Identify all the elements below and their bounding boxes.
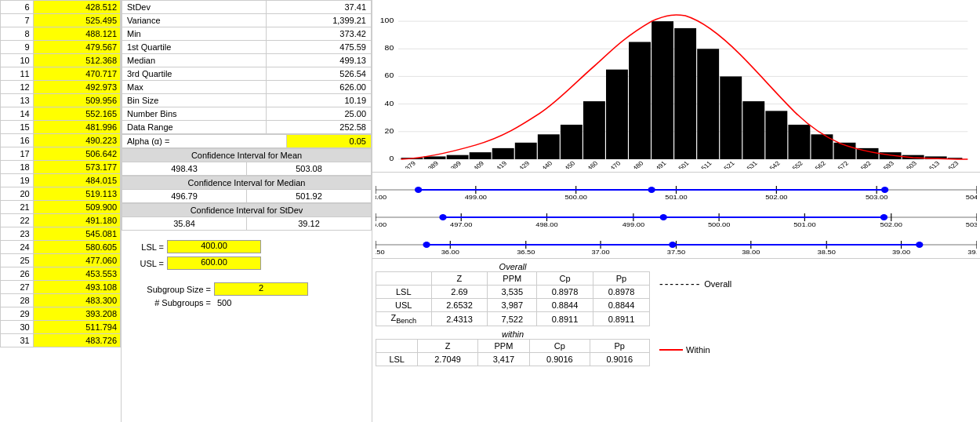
ci-median-header: Confidence Interval for Median: [122, 176, 372, 190]
stat-label: Bin Size: [122, 94, 267, 107]
usl-input[interactable]: 600.00: [167, 256, 261, 270]
stat-value: 475.59: [266, 41, 371, 54]
row-value: 477.060: [33, 254, 120, 267]
subgroup-size-label: Subgroup Size =: [125, 285, 211, 294]
ci-mean-header: Confidence Interval for Mean: [122, 149, 372, 162]
svg-point-123: [669, 242, 676, 248]
svg-text:500.00: 500.00: [708, 221, 731, 227]
ci-mean-table: Confidence Interval for Mean 498.43 503.…: [122, 148, 372, 176]
stat-value: 252.58: [266, 121, 371, 134]
svg-text:20: 20: [385, 126, 394, 134]
svg-text:491: 491: [655, 160, 668, 169]
overall-row-ppm: 7,522: [488, 312, 537, 326]
data-table: 6428.5127525.4958488.1219479.56710512.36…: [0, 0, 121, 347]
svg-text:501.00: 501.00: [665, 194, 688, 200]
stat-row: Median499.13: [122, 54, 372, 67]
ci-stdev-high: 39.12: [247, 217, 372, 231]
right-panel: 0 20 40 60 80 100: [372, 0, 980, 422]
overall-table: Z PPM Cp Pp LSL2.693,5350.89780.8978USL2…: [376, 271, 650, 326]
table-row: 16490.223: [1, 134, 121, 147]
table-row: 15481.996: [1, 121, 121, 134]
subgroup-count-label: # Subgroups =: [125, 298, 211, 307]
overall-row-cp: 0.8844: [537, 299, 593, 312]
row-value: 573.177: [33, 161, 120, 174]
lsl-label: LSL =: [125, 242, 164, 252]
svg-text:460: 460: [586, 160, 599, 169]
svg-rect-23: [652, 21, 673, 159]
stat-value: 1,399.21: [266, 14, 371, 27]
alpha-value[interactable]: 0.05: [287, 135, 372, 148]
svg-point-99: [439, 214, 446, 220]
stat-label: 3rd Quartile: [122, 67, 267, 81]
row-number: 26: [1, 267, 34, 281]
table-row: 20519.113: [1, 187, 121, 201]
within-table: Z PPM Cp Pp LSL2.70493,4170.90160.9016: [376, 339, 650, 366]
within-row: LSL2.70493,4170.90160.9016: [376, 353, 650, 366]
svg-text:80: 80: [385, 44, 394, 52]
table-row: 14552.165: [1, 107, 121, 121]
row-number: 29: [1, 307, 34, 321]
row-value: 519.113: [33, 187, 120, 201]
row-value: 479.567: [33, 41, 120, 54]
row-value: 483.726: [33, 334, 120, 347]
svg-rect-25: [697, 49, 719, 159]
ci-stdev-header: Confidence Interval for StDev: [122, 204, 372, 217]
svg-rect-27: [742, 101, 764, 159]
within-col-name: [376, 340, 418, 353]
svg-text:593: 593: [882, 160, 895, 169]
lsl-row: LSL = 400.00: [125, 240, 368, 253]
row-number: 24: [1, 241, 34, 254]
within-row-label: LSL: [376, 353, 418, 366]
stat-row: Data Range252.58: [122, 121, 372, 134]
svg-text:35.50: 35.50: [376, 249, 385, 255]
stat-row: StDev37.41: [122, 1, 372, 14]
row-value: 525.495: [33, 14, 120, 27]
alpha-table: Alpha (α) = 0.05: [122, 134, 372, 148]
svg-rect-24: [674, 28, 696, 159]
row-value: 393.208: [33, 307, 120, 321]
overall-row-pp: 0.8911: [593, 312, 649, 326]
row-value: 491.180: [33, 214, 120, 227]
svg-text:499.00: 499.00: [622, 221, 645, 227]
stats-panel: StDev37.41Variance1,399.21Min373.421st Q…: [122, 0, 372, 422]
overall-row: LSL2.693,5350.89780.8978: [376, 286, 650, 299]
svg-text:502.00: 502.00: [880, 221, 903, 227]
row-value: 481.996: [33, 121, 120, 134]
ci-stdev-table: Confidence Interval for StDev 35.84 39.1…: [122, 203, 372, 231]
usl-label: USL =: [125, 259, 164, 268]
row-value: 512.368: [33, 54, 120, 67]
svg-text:501.00: 501.00: [793, 221, 816, 227]
stat-row: Number Bins25.00: [122, 107, 372, 121]
row-number: 19: [1, 174, 34, 187]
within-col-ppm: PPM: [477, 340, 529, 353]
svg-text:399: 399: [449, 160, 463, 169]
svg-text:582: 582: [859, 160, 873, 169]
svg-text:500.00: 500.00: [564, 194, 587, 200]
stat-value: 526.54: [266, 67, 371, 81]
stat-value: 499.13: [266, 54, 371, 67]
row-number: 31: [1, 334, 34, 347]
table-row: 7525.495: [1, 14, 121, 27]
stat-row: 1st Quartile475.59: [122, 41, 372, 54]
overall-col-ppm: PPM: [488, 272, 537, 286]
subgroup-size-input[interactable]: 2: [214, 282, 308, 296]
table-row: 24580.605: [1, 241, 121, 254]
overall-legend: -------- Overall: [659, 278, 731, 290]
subgroup-count-row: # Subgroups = 500: [125, 298, 368, 307]
overall-row-label: USL: [376, 299, 432, 312]
subgroup-count-value: 500: [214, 298, 231, 307]
overall-row-pp: 0.8844: [593, 299, 649, 312]
row-number: 27: [1, 281, 34, 294]
svg-rect-14: [447, 155, 469, 159]
ci-mean-high: 503.08: [247, 162, 372, 176]
svg-text:38.00: 38.00: [742, 249, 760, 255]
lsl-input[interactable]: 400.00: [167, 240, 261, 253]
svg-text:623: 623: [947, 160, 960, 169]
table-row: 8488.121: [1, 27, 121, 41]
stats-table: StDev37.41Variance1,399.21Min373.421st Q…: [122, 0, 372, 134]
row-number: 25: [1, 254, 34, 267]
svg-text:60: 60: [385, 71, 394, 79]
row-number: 6: [1, 1, 34, 14]
svg-rect-17: [515, 143, 537, 159]
svg-text:572: 572: [837, 160, 850, 169]
